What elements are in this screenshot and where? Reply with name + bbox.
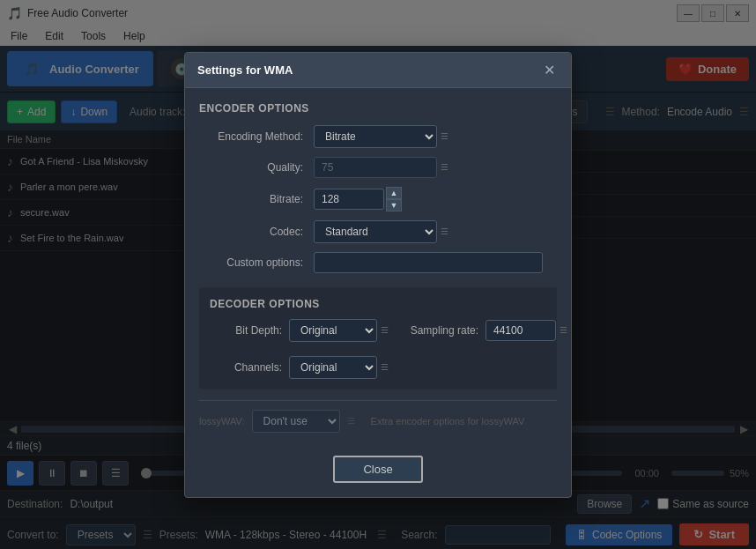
extra-options-label: Extra encoder options for lossyWAV xyxy=(371,416,525,427)
encoding-method-row: Encoding Method: Bitrate ☰ xyxy=(199,125,557,148)
bit-depth-select[interactable]: Original xyxy=(289,319,377,342)
modal-header: Settings for WMA ✕ xyxy=(185,53,571,88)
bitrate-row: Bitrate: ▲ ▼ xyxy=(199,187,557,211)
bitrate-spinner: ▲ ▼ xyxy=(314,187,402,211)
sampling-rate-label: Sampling rate: xyxy=(397,324,485,337)
decoder-grid: Bit Depth: Original ☰ Sampling rate: ☰ xyxy=(210,319,546,379)
encoding-method-label: Encoding Method: xyxy=(199,130,314,143)
quality-icon: ☰ xyxy=(441,162,448,172)
channels-row: Channels: Original ☰ xyxy=(210,356,389,379)
sampling-rate-input[interactable] xyxy=(485,320,556,341)
bit-depth-row: Bit Depth: Original ☰ xyxy=(210,319,389,342)
quality-row: Quality: ☰ xyxy=(199,157,557,178)
lossy-select[interactable]: Don't use xyxy=(252,410,340,433)
bitrate-down-button[interactable]: ▼ xyxy=(386,199,402,211)
channels-wrap: Original ☰ xyxy=(289,356,389,379)
bit-depth-wrap: Original ☰ xyxy=(289,319,389,342)
modal-body: Encoder Options Encoding Method: Bitrate… xyxy=(185,88,571,447)
lossy-row: lossyWAV: Don't use ☰ Extra encoder opti… xyxy=(199,400,557,433)
channels-label: Channels: xyxy=(210,361,289,374)
modal-footer: Close xyxy=(185,447,571,497)
settings-modal: Settings for WMA ✕ Encoder Options Encod… xyxy=(184,52,572,498)
quality-input[interactable] xyxy=(314,157,437,178)
modal-overlay: Settings for WMA ✕ Encoder Options Encod… xyxy=(0,0,756,549)
codec-row: Codec: Standard ☰ xyxy=(199,220,557,243)
modal-title: Settings for WMA xyxy=(197,63,293,77)
decoder-section: Decoder Options Bit Depth: Original ☰ Sa… xyxy=(199,287,557,389)
channels-select[interactable]: Original xyxy=(289,356,377,379)
bit-depth-icon: ☰ xyxy=(381,325,389,335)
codec-icon2: ☰ xyxy=(441,226,448,236)
bitrate-label: Bitrate: xyxy=(199,193,314,205)
quality-wrap: ☰ xyxy=(314,157,448,178)
modal-close-btn[interactable]: Close xyxy=(333,456,422,483)
modal-close-button[interactable]: ✕ xyxy=(540,62,559,78)
custom-options-label: Custom options: xyxy=(199,256,314,269)
bitrate-input[interactable] xyxy=(314,189,384,210)
sampling-rate-row: Sampling rate: ☰ xyxy=(397,319,567,342)
bit-depth-label: Bit Depth: xyxy=(210,324,289,337)
custom-options-input[interactable] xyxy=(314,252,543,273)
sampling-rate-icon: ☰ xyxy=(560,325,567,335)
lossy-label: lossyWAV: xyxy=(199,416,245,427)
quality-label: Quality: xyxy=(199,161,314,174)
encoding-method-wrap: Bitrate ☰ xyxy=(314,125,448,148)
lossy-icon: ☰ xyxy=(347,416,355,426)
encoding-method-select[interactable]: Bitrate xyxy=(314,125,437,148)
sampling-rate-wrap: ☰ xyxy=(485,320,567,341)
bitrate-up-button[interactable]: ▲ xyxy=(386,187,402,199)
encoder-section-title: Encoder Options xyxy=(199,102,557,115)
encoding-method-icon: ☰ xyxy=(441,131,448,141)
channels-icon: ☰ xyxy=(381,362,389,372)
codec-select[interactable]: Standard xyxy=(314,220,437,243)
decoder-section-title: Decoder Options xyxy=(210,298,546,310)
custom-options-row: Custom options: xyxy=(199,252,557,273)
codec-label: Codec: xyxy=(199,226,314,238)
codec-wrap: Standard ☰ xyxy=(314,220,448,243)
